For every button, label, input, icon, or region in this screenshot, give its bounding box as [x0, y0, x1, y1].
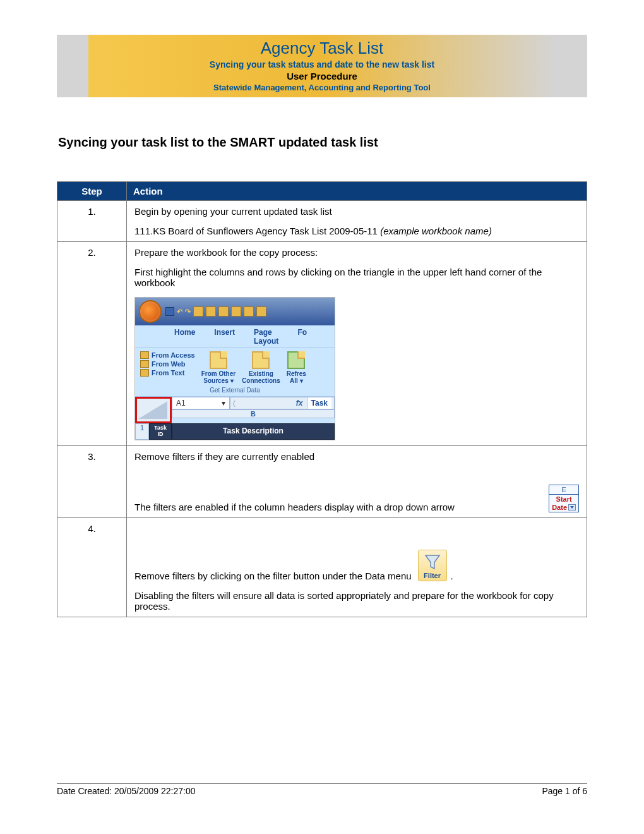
action-cell: Prepare the workbook for the copy proces… [127, 242, 587, 446]
excel-screenshot: ↶ ↷ Home Insert Page Layo [134, 297, 335, 440]
date-label: Date [552, 504, 567, 511]
step4-line1: Remove filters by clicking on the filter… [134, 571, 412, 581]
task-id-header: TaskID [149, 423, 172, 440]
refresh-all-button: RefresAll ▾ [287, 351, 306, 384]
row-number: 1 [135, 423, 149, 440]
quick-access-toolbar: ↶ ↷ [135, 298, 335, 325]
svg-marker-0 [426, 555, 439, 569]
steps-table: Step Action 1. Begin by opening your cur… [57, 181, 587, 617]
tab-page-layout: Page Layout [254, 328, 278, 346]
column-b-header: B [172, 409, 335, 418]
action-cell: Remove filters if they are currently ena… [127, 445, 587, 517]
tab-fo: Fo [297, 328, 307, 346]
step3-line2: The filters are enabled if the column he… [134, 502, 544, 512]
doc-subtitle-3: Statewide Management, Accounting and Rep… [57, 83, 587, 92]
existing-icon [252, 351, 270, 369]
col-header-action: Action [127, 182, 587, 201]
step1-line1: Begin by opening your current updated ta… [134, 206, 579, 217]
ribbon-tabs: Home Insert Page Layout Fo [135, 325, 335, 347]
doc-title: Agency Task List [57, 39, 587, 58]
action-cell: Begin by opening your current updated ta… [127, 201, 587, 242]
header-banner: Agency Task List Syncing your task statu… [57, 35, 587, 97]
doc-subtitle-2: User Procedure [57, 71, 587, 82]
from-text-icon [140, 369, 149, 377]
qat-icon [218, 306, 229, 317]
col-header-step: Step [57, 182, 127, 201]
period: . [451, 571, 453, 581]
page-footer: Date Created: 20/05/2009 22:27:00 Page 1… [57, 783, 587, 796]
step2-line2: First highlight the columns and rows by … [134, 267, 579, 288]
formula-value: Task [307, 397, 331, 409]
step2-line1: Prepare the workbook for the copy proces… [134, 247, 579, 258]
from-web-label: From Web [152, 360, 186, 368]
redo-icon: ↷ [185, 308, 191, 316]
footer-page: Page 1 of 6 [542, 786, 587, 796]
office-button-icon [139, 300, 162, 323]
fx-icon: fx [296, 399, 303, 408]
step-number: 4. [57, 518, 127, 617]
qat-icon [256, 306, 266, 317]
step-number: 3. [57, 445, 127, 517]
footer-date: Date Created: 20/05/2009 22:27:00 [57, 786, 196, 796]
qat-icon [206, 306, 216, 317]
ribbon-group-label: Get External Data [135, 385, 335, 397]
qat-icon [193, 306, 203, 317]
doc-subtitle-1: Syncing your task status and date to the… [57, 59, 587, 70]
step4-line2: Disabling the filters will ensure all da… [134, 590, 579, 612]
from-access-label: From Access [152, 351, 195, 359]
from-access-icon [140, 351, 149, 359]
from-other-sources-button: From OtherSources ▾ [201, 351, 236, 384]
from-text-label: From Text [152, 369, 184, 377]
qat-icon [244, 306, 254, 317]
name-box: A1▾ [172, 397, 230, 409]
table-row: 3. Remove filters if they are currently … [57, 445, 587, 517]
column-header-pill: E Start Date [549, 485, 579, 512]
tab-home: Home [174, 328, 195, 346]
start-label: Start [549, 495, 578, 504]
column-e-label: E [549, 485, 578, 495]
ribbon-group: From Access From Web From Text From Othe… [135, 347, 335, 385]
step1-line2: 111.KS Board of Sunflowers Agency Task L… [134, 226, 579, 236]
section-heading: Syncing your task list to the SMART upda… [58, 135, 587, 150]
filter-label: Filter [424, 572, 441, 579]
select-all-triangle [135, 397, 172, 423]
step-number: 2. [57, 242, 127, 446]
table-row: 4. Remove filters by clicking on the fil… [57, 518, 587, 617]
action-cell: Remove filters by clicking on the filter… [127, 518, 587, 617]
task-description-header: Task Description [172, 423, 335, 440]
existing-connections-button: ExistingConnections [242, 351, 280, 384]
tab-insert: Insert [214, 328, 235, 346]
refresh-icon [287, 351, 305, 369]
table-row: 2. Prepare the workbook for the copy pro… [57, 242, 587, 446]
save-icon [165, 307, 174, 316]
from-other-icon [210, 351, 227, 369]
table-row: 1. Begin by opening your current updated… [57, 201, 587, 242]
from-web-icon [140, 360, 149, 368]
undo-icon: ↶ [177, 308, 182, 316]
step-number: 1. [57, 201, 127, 242]
qat-icon [231, 306, 241, 317]
formula-bar: ( fx Task [230, 397, 335, 409]
step3-line1: Remove filters if they are currently ena… [134, 451, 579, 462]
funnel-icon [424, 553, 441, 571]
filter-button: Filter [418, 550, 447, 581]
dropdown-arrow-icon [568, 504, 576, 511]
